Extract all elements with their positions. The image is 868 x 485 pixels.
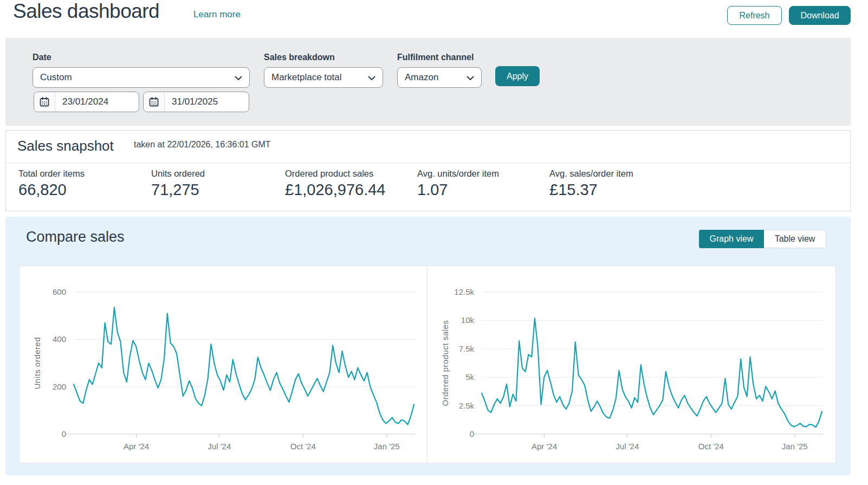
chevron-down-icon: [368, 76, 375, 81]
x-tick-label: Jul '24: [208, 442, 231, 451]
compare-sales-title: Compare sales: [26, 229, 125, 245]
y-tick-label: 400: [53, 334, 66, 344]
y-axis-label: Ordered product sales: [441, 320, 450, 406]
metric-ordered-product-sales: Ordered product sales £1,026,976.44: [285, 169, 385, 199]
date-to-input[interactable]: 31/01/2025: [143, 92, 249, 112]
metric-units-ordered: Units ordered 71,275: [151, 169, 205, 199]
compare-sales-panel: Compare sales Graph view Table view 0200…: [5, 217, 851, 475]
download-button[interactable]: Download: [789, 6, 851, 25]
date-from-input[interactable]: 23/01/2024: [34, 92, 139, 112]
sales-dashboard-page: Sales dashboard Learn more Refresh Downl…: [0, 0, 868, 485]
metric-total-order-items: Total order items 66,820: [18, 169, 85, 199]
table-view-button[interactable]: Table view: [764, 230, 826, 248]
sales-snapshot-title: Sales snapshot: [17, 138, 114, 154]
x-tick-label: Jan '25: [374, 442, 400, 451]
ordered-product-sales-chart: 02.5k5k7.5k10k12.5kApr '24Jul '24Oct '24…: [427, 266, 835, 463]
line-chart-svg: 0200400600Apr '24Jul '24Oct '24Jan '25Un…: [20, 266, 427, 463]
sales-breakdown-label: Sales breakdown: [264, 53, 335, 62]
sales-snapshot-panel: Sales snapshot taken at 22/01/2026, 16:3…: [5, 130, 851, 211]
y-tick-label: 10k: [461, 315, 475, 325]
y-tick-label: 0: [62, 429, 66, 438]
sales-breakdown-selected-value: Marketplace total: [271, 72, 341, 83]
units-ordered-chart: 0200400600Apr '24Jul '24Oct '24Jan '25Un…: [20, 266, 427, 463]
x-tick-label: Apr '24: [532, 442, 557, 451]
view-toggle: Graph view Table view: [699, 230, 826, 248]
chevron-down-icon: [235, 76, 242, 81]
calendar-icon: [40, 97, 49, 107]
fulfilment-channel-selected-value: Amazon: [405, 72, 438, 83]
date-range-selected-value: Custom: [40, 72, 72, 83]
chevron-down-icon: [467, 76, 474, 81]
data-line-series: [74, 307, 414, 424]
y-tick-label: 200: [53, 382, 66, 391]
snapshot-timestamp: taken at 22/01/2026, 16:36:01 GMT: [134, 140, 271, 150]
y-tick-label: 0: [470, 429, 474, 438]
data-line-series: [482, 318, 822, 427]
line-chart-svg: 02.5k5k7.5k10k12.5kApr '24Jul '24Oct '24…: [427, 266, 835, 463]
date-range-select[interactable]: Custom: [33, 67, 250, 88]
refresh-button[interactable]: Refresh: [727, 6, 782, 25]
filter-bar: Date Sales breakdown Fulfilment channel …: [5, 38, 851, 126]
x-tick-label: Apr '24: [124, 442, 149, 451]
fulfilment-channel-select[interactable]: Amazon: [397, 67, 482, 88]
date-from-value: 23/01/2024: [55, 92, 108, 112]
x-tick-label: Jul '24: [616, 442, 639, 451]
y-tick-label: 7.5k: [459, 344, 475, 353]
page-title: Sales dashboard: [13, 0, 159, 23]
compare-sales-chart-card: 0200400600Apr '24Jul '24Oct '24Jan '25Un…: [19, 266, 836, 463]
y-tick-label: 5k: [465, 372, 474, 381]
metric-avg-units-per-order-item: Avg. units/order item 1.07: [417, 169, 499, 199]
x-tick-label: Oct '24: [698, 442, 724, 451]
x-tick-label: Jan '25: [782, 442, 808, 451]
date-filter-label: Date: [33, 53, 51, 62]
y-tick-label: 12.5k: [454, 287, 474, 296]
date-to-value: 31/01/2025: [165, 92, 218, 112]
calendar-icon: [149, 97, 159, 107]
apply-button[interactable]: Apply: [495, 66, 540, 86]
y-tick-label: 600: [53, 287, 66, 296]
learn-more-link[interactable]: Learn more: [193, 9, 241, 20]
y-tick-label: 2.5k: [459, 401, 475, 410]
sales-breakdown-select[interactable]: Marketplace total: [264, 67, 383, 88]
metric-avg-sales-per-order-item: Avg. sales/order item £15.37: [549, 169, 633, 199]
graph-view-button[interactable]: Graph view: [699, 230, 764, 248]
y-axis-label: Units ordered: [33, 337, 42, 390]
x-tick-label: Oct '24: [290, 442, 316, 451]
fulfilment-channel-label: Fulfilment channel: [397, 53, 474, 62]
sales-snapshot-header: Sales snapshot taken at 22/01/2026, 16:3…: [6, 131, 850, 163]
